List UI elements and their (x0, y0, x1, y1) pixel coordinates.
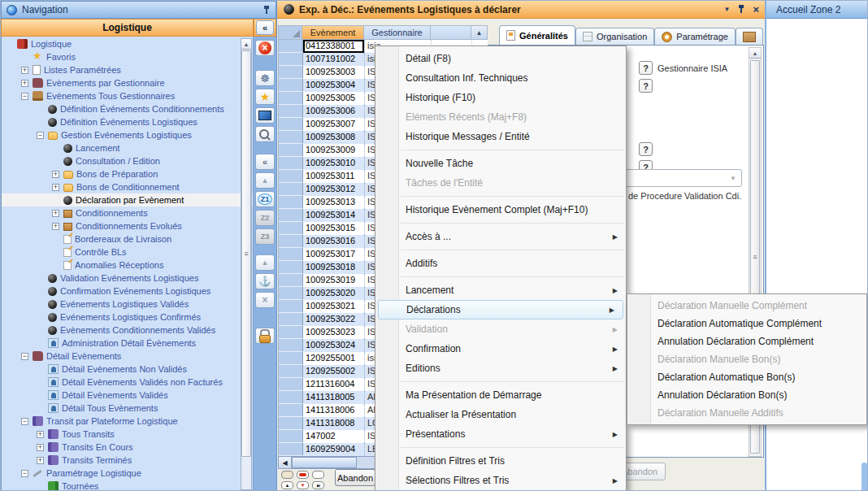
tree-item[interactable]: +Conditionnements Evolués (2, 219, 253, 232)
tree-item[interactable]: +Bons de Conditionnement (2, 180, 253, 193)
tree-expander-icon[interactable]: − (21, 353, 28, 360)
scroll-left-icon[interactable]: ◀ (279, 457, 292, 468)
column-header-empty[interactable] (431, 25, 471, 40)
cell-evenement[interactable]: 1009253014 (303, 209, 365, 222)
cell-evenement[interactable]: 1009253018 (303, 261, 365, 274)
tree-item[interactable]: Déclaration par Evènement (2, 193, 253, 206)
cell-evenement[interactable]: 1009253016 (303, 235, 365, 248)
cell-evenement[interactable]: 1009253009 (303, 144, 365, 157)
row-header-cell[interactable] (279, 183, 303, 196)
grid-abandon-button[interactable]: Abandon (335, 469, 375, 486)
tree-item[interactable]: Tournées (2, 480, 253, 491)
row-header-cell[interactable] (279, 40, 303, 53)
row-header-cell[interactable] (279, 287, 303, 300)
hscroll-thumb[interactable] (292, 457, 357, 468)
tree-item[interactable]: Lancement (2, 141, 253, 154)
tree-item[interactable]: Favoris (2, 50, 253, 63)
tab-package[interactable] (736, 28, 763, 45)
menu-item[interactable]: Annulation Déclaration Bon(s) (627, 386, 866, 404)
tree-item[interactable]: Détail Evènements Validés non Facturés (2, 376, 253, 389)
tree-item[interactable]: +Listes Paramétrées (2, 63, 253, 76)
row-header-cell[interactable] (279, 79, 303, 92)
tree-expander-icon[interactable]: + (37, 431, 44, 438)
tree-item[interactable]: −Paramétrage Logistique (2, 467, 253, 480)
row-header-cell[interactable] (279, 222, 303, 235)
menu-item[interactable]: Sélections Filtres et Tris▶ (375, 471, 626, 490)
tree-item[interactable]: Définition Événements Logistiques (2, 115, 253, 128)
tree-item[interactable]: +Bons de Préparation (2, 167, 253, 180)
tree-expander-icon[interactable]: + (37, 457, 44, 464)
search-button[interactable] (255, 126, 275, 142)
row-header-cell[interactable] (279, 300, 303, 313)
cell-evenement[interactable]: 1211316004 (303, 378, 365, 391)
row-header-cell[interactable] (279, 235, 303, 248)
cell-evenement[interactable]: 1009253021 (303, 300, 365, 313)
helm-button[interactable]: ☸ (255, 70, 275, 86)
monitor-button[interactable] (255, 107, 275, 124)
tree-item[interactable]: −Détail Evènements (2, 350, 253, 363)
menu-item[interactable]: Définition Filtres et Tris (375, 451, 626, 471)
row-header-cell[interactable] (279, 66, 303, 79)
accueil-scrollbar-thumb[interactable] (861, 463, 867, 491)
tree-expander-icon[interactable]: + (37, 444, 44, 451)
cell-evenement[interactable]: 1009253008 (303, 131, 365, 144)
cell-evenement[interactable]: 0412338001 (303, 40, 365, 53)
tree-expander-icon[interactable]: + (52, 184, 59, 191)
tree-item[interactable]: Administration Détail Évènements (2, 337, 253, 350)
row-header-cell[interactable] (279, 196, 303, 209)
tree-item[interactable]: Evénements Logistiques Confirmés (2, 311, 253, 324)
row-header-cell[interactable] (279, 170, 303, 183)
cell-evenement[interactable]: 1411318005 (303, 391, 365, 404)
collapse-button[interactable]: « (255, 154, 275, 170)
tree-item[interactable]: Anomalies Réceptions (2, 259, 253, 272)
tree-expander-icon[interactable]: − (21, 418, 28, 425)
tree-item[interactable]: Bordereaux de Livraison (2, 232, 253, 246)
menu-item[interactable]: Actualiser la Présentation (375, 405, 626, 424)
tree-item[interactable]: Confirmation Evénements Logistiques (2, 285, 253, 298)
cell-evenement[interactable]: 1009253013 (303, 196, 365, 209)
tab-paramétrage[interactable]: Paramétrage (654, 28, 736, 45)
tree-expander-icon[interactable]: − (37, 132, 44, 139)
column-header-gestionnaire[interactable]: Gestionnaire (364, 25, 431, 40)
anchor-button[interactable]: ⚓ (255, 273, 275, 289)
menu-item[interactable]: Editions▶ (375, 358, 626, 378)
cell-evenement[interactable]: 1609259004 (303, 443, 365, 456)
row-header-cell[interactable] (279, 339, 303, 352)
cell-evenement[interactable]: 1009253010 (303, 157, 365, 170)
scroll-up-icon[interactable]: ▲ (241, 39, 251, 50)
row-header-cell[interactable] (279, 378, 303, 391)
menu-item[interactable]: Historique Messages / Entité (375, 127, 626, 146)
tree-expander-icon[interactable]: + (21, 67, 28, 74)
row-header-cell[interactable] (279, 274, 303, 287)
tree-item[interactable]: Logistique (2, 37, 253, 50)
window-pin-icon[interactable] (737, 4, 745, 15)
tree-item[interactable]: −Gestion Evénements Logistiques (2, 128, 253, 141)
record-current-button[interactable] (297, 471, 309, 479)
cell-evenement[interactable]: 1009253012 (303, 183, 365, 196)
cell-evenement[interactable]: 1209255002 (303, 365, 365, 378)
record-blank-button[interactable] (312, 471, 324, 479)
row-header-cell[interactable] (279, 430, 303, 443)
row-header-cell[interactable] (279, 404, 303, 417)
tree-item[interactable]: Consultation / Edition (2, 154, 253, 167)
column-header-evenement[interactable]: Evènement (302, 25, 364, 40)
tree-item[interactable]: Validation Evénements Logistiques (2, 272, 253, 285)
record-last-button[interactable]: ▶| (312, 481, 324, 489)
menu-item[interactable]: Consultation Inf. Techniques (375, 68, 626, 88)
accueil-titlebar[interactable]: Accueil Zone 2 (766, 1, 868, 19)
tree-expander-icon[interactable]: − (21, 470, 28, 477)
row-header-cell[interactable] (279, 313, 303, 326)
row-header-cell[interactable] (279, 157, 303, 170)
menu-item[interactable]: Ma Présentation de Démarrage (375, 385, 626, 405)
menu-item[interactable]: Historique (F10) (375, 88, 626, 107)
row-header-cell[interactable] (279, 443, 303, 456)
tree-item[interactable]: Détail Evènements Non Validés (2, 363, 253, 376)
tree-item[interactable]: Evènements Conditionnements Validés (2, 324, 253, 337)
menu-item[interactable]: Lancement▶ (375, 280, 626, 300)
menu-item[interactable]: Présentations▶ (375, 424, 626, 444)
cell-evenement[interactable]: 1009253006 (303, 105, 365, 118)
help-button-3[interactable]: ? (639, 142, 653, 156)
tree-item[interactable]: +Tous Transits (2, 428, 253, 441)
window-menu-chevron-icon[interactable]: ▼ (723, 6, 730, 13)
menu-item[interactable]: Additifs (375, 254, 626, 273)
